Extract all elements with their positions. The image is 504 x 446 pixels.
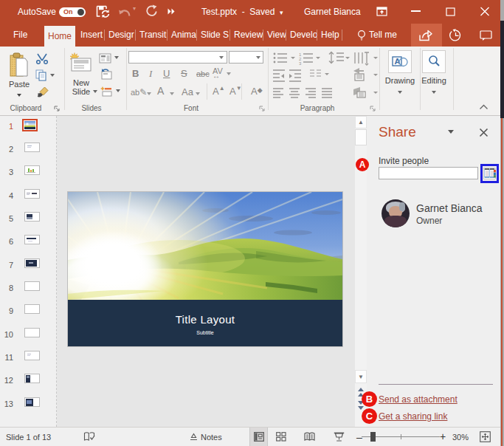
svg-text:3: 3 bbox=[299, 61, 302, 66]
